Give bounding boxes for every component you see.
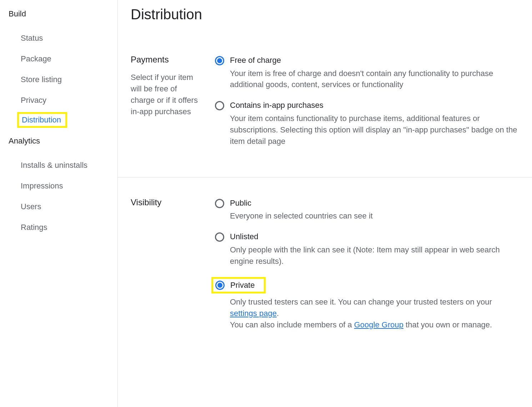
radio-row-iap: Contains in-app purchases Your item cont… xyxy=(215,100,519,147)
highlight-private: Private xyxy=(211,277,266,294)
radio-public[interactable] xyxy=(215,199,224,208)
sidebar-item-package[interactable]: Package xyxy=(21,49,117,69)
sidebar-heading-build: Build xyxy=(9,9,117,19)
sidebar-item-status[interactable]: Status xyxy=(21,28,117,49)
sidebar-heading-analytics: Analytics xyxy=(9,136,117,146)
main-content: Distribution Payments Select if your ite… xyxy=(118,0,532,407)
radio-free-desc: Your item is free of charge and doesn't … xyxy=(230,68,519,91)
sidebar-item-users[interactable]: Users xyxy=(21,196,117,217)
radio-row-unlisted: Unlisted Only people with the link can s… xyxy=(215,232,519,267)
sidebar-item-store-listing[interactable]: Store listing xyxy=(21,69,117,90)
radio-unlisted-desc: Only people with the link can see it (No… xyxy=(230,244,519,267)
visibility-section: Visibility Public Everyone in selected c… xyxy=(131,177,519,361)
radio-private[interactable] xyxy=(215,281,225,290)
sidebar-item-installs[interactable]: Installs & uninstalls xyxy=(21,155,117,176)
sidebar-item-ratings[interactable]: Ratings xyxy=(21,217,117,238)
payments-section: Payments Select if your item will be fre… xyxy=(118,55,532,177)
radio-unlisted-label: Unlisted xyxy=(230,232,519,242)
settings-page-link[interactable]: settings page xyxy=(230,309,277,318)
private-desc-part2: . xyxy=(277,309,279,318)
radio-row-private: Private Only trusted testers can see it.… xyxy=(215,277,519,331)
private-desc-part4: that you own or manage. xyxy=(403,320,492,329)
sidebar-item-impressions[interactable]: Impressions xyxy=(21,176,117,196)
radio-iap[interactable] xyxy=(215,101,224,110)
radio-private-label: Private xyxy=(230,280,255,291)
sidebar: Build Status Package Store listing Priva… xyxy=(0,0,118,407)
page-title: Distribution xyxy=(131,6,519,22)
radio-public-desc: Everyone in selected countries can see i… xyxy=(230,210,519,222)
radio-free-label: Free of charge xyxy=(230,55,519,66)
radio-private-desc: Only trusted testers can see it. You can… xyxy=(230,296,519,331)
highlight-distribution: Distribution xyxy=(17,112,67,128)
visibility-heading: Visibility xyxy=(131,197,202,207)
sidebar-item-privacy[interactable]: Privacy xyxy=(21,90,117,111)
private-desc-part1: Only trusted testers can see it. You can… xyxy=(230,297,492,306)
radio-iap-desc: Your item contains functionality to purc… xyxy=(230,113,519,147)
payments-heading: Payments xyxy=(131,55,202,65)
private-desc-part3: You can also include members of a xyxy=(230,320,354,329)
radio-public-label: Public xyxy=(230,198,519,208)
sidebar-item-distribution[interactable]: Distribution xyxy=(22,115,61,125)
radio-iap-label: Contains in-app purchases xyxy=(230,100,519,111)
radio-row-public: Public Everyone in selected countries ca… xyxy=(215,198,519,222)
google-group-link[interactable]: Google Group xyxy=(354,320,403,329)
radio-unlisted[interactable] xyxy=(215,232,224,242)
payments-subtext: Select if your item will be free of char… xyxy=(131,72,202,117)
radio-row-free: Free of charge Your item is free of char… xyxy=(215,55,519,90)
radio-free[interactable] xyxy=(215,56,224,65)
